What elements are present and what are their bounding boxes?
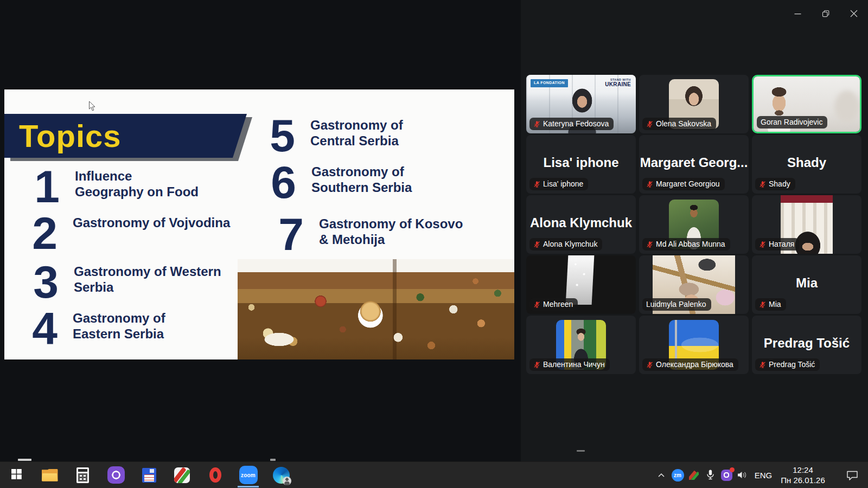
title-banner: Topics: [4, 114, 247, 158]
image-viewer-button[interactable]: [165, 462, 199, 488]
participant-tile[interactable]: Наталя: [752, 195, 861, 254]
restore-button[interactable]: [812, 0, 840, 27]
participant-tile[interactable]: Олександра Бірюкова: [639, 316, 749, 374]
participant-tile[interactable]: ShadyShady: [752, 135, 861, 194]
edge-icon: [273, 467, 290, 484]
participant-tile[interactable]: Md Ali Abbas Munna: [639, 195, 749, 254]
participant-tile[interactable]: Margaret Georg...Margaret Georgiou: [639, 135, 749, 194]
participant-name-badge: Mia: [755, 298, 786, 311]
participant-tile[interactable]: Predrag TošićPredrag Tošić: [752, 316, 861, 374]
microphone-icon: [707, 470, 714, 480]
participant-tile[interactable]: Валентина Чичун: [526, 316, 636, 374]
participant-name: Валентина Чичун: [543, 360, 605, 369]
tray-viber-button[interactable]: [718, 462, 735, 488]
zoom-meeting-icon: zm: [672, 469, 684, 481]
slide-title: Topics: [4, 118, 122, 154]
viber-icon: [107, 466, 125, 484]
topic-label: Gastronomy of Vojvodina: [73, 213, 230, 253]
muted-mic-icon: [646, 241, 653, 248]
taskbar-apps: zoom: [0, 462, 298, 488]
participant-name-badge: Kateryna Fedosova: [529, 118, 614, 130]
presentation-slide: Topics 1 Influence Geography on Food 2 G…: [4, 89, 514, 359]
topic-item-4: 4 Gastronomy of Eastern Serbia: [22, 309, 165, 349]
participant-name: Kateryna Fedosova: [543, 119, 609, 128]
participant-name-badge: Lisa' iphone: [529, 178, 588, 190]
speaker-icon: [737, 471, 748, 479]
tray-volume-button[interactable]: [735, 462, 751, 488]
muted-mic-icon: [646, 361, 653, 368]
participant-display-name: Alona Klymchuk: [526, 215, 636, 230]
tray-time: 12:24: [776, 465, 830, 476]
participant-name: Goran Radivojevic: [761, 118, 822, 126]
participant-tile[interactable]: LA FONDATIONSTAND WITHUKRAINEKateryna Fe…: [526, 75, 636, 133]
edge-button[interactable]: [265, 462, 298, 488]
calculator-icon: [76, 467, 89, 483]
participant-name: Olena Sakovska: [656, 119, 711, 128]
muted-mic-icon: [759, 301, 766, 308]
save-app-button[interactable]: [132, 462, 165, 488]
opera-button[interactable]: [199, 462, 232, 488]
topic-label: Gastronomy of Western Serbia: [74, 262, 221, 302]
tray-graphics-button[interactable]: [686, 462, 702, 488]
notification-center-icon: [846, 470, 858, 480]
tray-zoom-button[interactable]: zm: [669, 462, 686, 488]
topic-item-1: 1 Influence Geography on Food: [24, 166, 199, 207]
participant-tile[interactable]: Goran Radivojevic: [752, 75, 861, 133]
minimize-button[interactable]: [783, 0, 812, 27]
fondation-banner: LA FONDATION: [531, 79, 568, 87]
window-controls: [783, 0, 868, 27]
participant-name: Наталя: [769, 240, 794, 248]
muted-mic-icon: [533, 301, 540, 308]
window-edge-artifact: [270, 459, 276, 461]
participant-tile[interactable]: MiaMia: [752, 255, 861, 314]
participant-name: Md Ali Abbas Munna: [656, 240, 725, 248]
feast-photo: [238, 259, 514, 359]
participant-name: Shady: [769, 179, 790, 188]
muted-mic-icon: [533, 241, 540, 248]
tray-microphone-button[interactable]: [702, 462, 718, 488]
topic-label: Gastronomy of Southern Serbia: [311, 162, 412, 202]
close-button[interactable]: [840, 0, 868, 27]
participant-tile[interactable]: Luidmyla Palenko: [639, 255, 749, 314]
participant-display-name: Shady: [752, 155, 861, 170]
start-button[interactable]: [0, 462, 33, 488]
participant-tile[interactable]: Lisa' iphoneLisa' iphone: [526, 135, 636, 194]
participant-name-badge: Валентина Чичун: [529, 358, 610, 371]
calculator-button[interactable]: [66, 462, 99, 488]
tray-expand-button[interactable]: [653, 462, 669, 488]
language-indicator[interactable]: ENG: [751, 471, 776, 480]
participant-name-badge: Goran Radivojevic: [757, 116, 827, 129]
participant-tile[interactable]: Alona KlymchukAlona Klymchuk: [526, 195, 636, 254]
zoom-app-button[interactable]: zoom: [232, 462, 265, 488]
participant-name: Mehreen: [543, 300, 573, 309]
topic-label: Gastronomy of Kosovo & Metohija: [319, 214, 463, 254]
muted-mic-icon: [533, 181, 540, 188]
close-icon: [850, 10, 858, 17]
clock[interactable]: 12:24 Пн 26.01.26: [776, 465, 830, 486]
participant-display-name: Mia: [752, 275, 861, 291]
paint-strokes-icon: [174, 467, 190, 483]
taskbar: zoom zm: [0, 461, 868, 488]
stand-with-ukraine-banner: STAND WITHUKRAINE: [605, 79, 631, 87]
topic-item-3: 3 Gastronomy of Western Serbia: [23, 262, 221, 302]
participant-name-badge: Alona Klymchuk: [529, 238, 602, 251]
participant-display-name: Margaret Georg...: [639, 155, 749, 170]
topic-number: 3: [23, 262, 67, 302]
participant-display-name: Lisa' iphone: [526, 155, 636, 170]
participant-name: Alona Klymchuk: [543, 240, 597, 248]
graphics-utility-icon: [689, 470, 699, 480]
topic-item-5: 5 Gastronomy of Central Serbia: [259, 115, 403, 156]
file-explorer-button[interactable]: [33, 462, 66, 488]
participant-name: Mia: [769, 300, 781, 309]
viber-button[interactable]: [99, 462, 132, 488]
participant-tile[interactable]: Olena Sakovska: [639, 75, 749, 133]
restore-icon: [822, 10, 830, 18]
topic-item-6: 6 Gastronomy of Southern Serbia: [260, 162, 412, 202]
notification-center-button[interactable]: [837, 462, 868, 488]
muted-mic-icon: [759, 241, 766, 248]
participant-name-badge: Shady: [755, 178, 795, 190]
muted-mic-icon: [646, 120, 653, 127]
participant-tile[interactable]: Mehreen: [526, 255, 636, 314]
opera-icon: [209, 467, 221, 483]
muted-mic-icon: [646, 181, 653, 188]
